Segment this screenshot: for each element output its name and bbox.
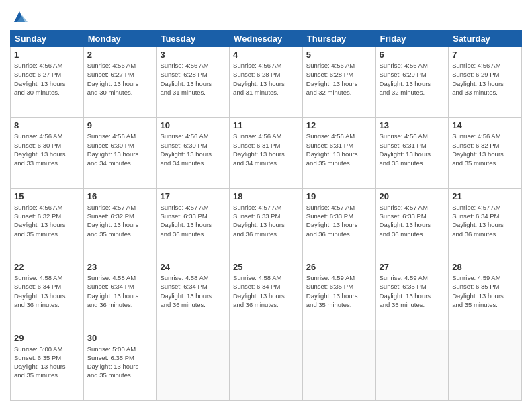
calendar-cell: 17Sunrise: 4:57 AM Sunset: 6:33 PM Dayli… <box>157 188 230 259</box>
calendar-cell <box>230 330 303 400</box>
calendar-cell: 21Sunrise: 4:57 AM Sunset: 6:34 PM Dayli… <box>449 188 522 259</box>
calendar-header-thursday: Thursday <box>302 31 375 47</box>
calendar-week-5: 29Sunrise: 5:00 AM Sunset: 6:35 PM Dayli… <box>11 330 522 400</box>
day-info: Sunrise: 4:57 AM Sunset: 6:33 PM Dayligh… <box>380 203 445 238</box>
day-number: 18 <box>233 191 299 201</box>
day-number: 6 <box>380 50 445 60</box>
calendar-cell: 8Sunrise: 4:56 AM Sunset: 6:30 PM Daylig… <box>11 118 84 188</box>
calendar-week-3: 15Sunrise: 4:56 AM Sunset: 6:32 PM Dayli… <box>11 188 522 259</box>
day-number: 15 <box>14 191 80 201</box>
day-number: 23 <box>87 262 153 272</box>
day-number: 16 <box>87 191 153 201</box>
calendar-cell <box>157 330 230 400</box>
calendar-cell: 6Sunrise: 4:56 AM Sunset: 6:29 PM Daylig… <box>375 47 449 118</box>
day-info: Sunrise: 4:59 AM Sunset: 6:35 PM Dayligh… <box>306 273 372 309</box>
calendar-cell <box>302 330 375 400</box>
day-info: Sunrise: 4:56 AM Sunset: 6:31 PM Dayligh… <box>306 132 372 167</box>
day-info: Sunrise: 4:58 AM Sunset: 6:34 PM Dayligh… <box>87 273 153 309</box>
calendar-cell: 29Sunrise: 5:00 AM Sunset: 6:35 PM Dayli… <box>11 330 84 400</box>
calendar-table: SundayMondayTuesdayWednesdayThursdayFrid… <box>10 30 522 401</box>
calendar-header-friday: Friday <box>375 31 449 47</box>
day-info: Sunrise: 4:57 AM Sunset: 6:34 PM Dayligh… <box>452 203 518 238</box>
day-number: 2 <box>87 50 153 60</box>
calendar-cell <box>375 330 449 400</box>
day-info: Sunrise: 4:56 AM Sunset: 6:27 PM Dayligh… <box>87 61 153 97</box>
calendar-cell: 4Sunrise: 4:56 AM Sunset: 6:28 PM Daylig… <box>230 47 303 118</box>
calendar-cell: 11Sunrise: 4:56 AM Sunset: 6:31 PM Dayli… <box>230 118 303 188</box>
day-number: 14 <box>452 120 518 130</box>
day-info: Sunrise: 4:56 AM Sunset: 6:30 PM Dayligh… <box>160 132 226 167</box>
calendar-header-monday: Monday <box>83 31 157 47</box>
calendar-cell: 2Sunrise: 4:56 AM Sunset: 6:27 PM Daylig… <box>83 47 157 118</box>
calendar-header-saturday: Saturday <box>449 31 522 47</box>
calendar-cell: 1Sunrise: 4:56 AM Sunset: 6:27 PM Daylig… <box>11 47 84 118</box>
day-number: 8 <box>14 120 80 130</box>
day-info: Sunrise: 4:57 AM Sunset: 6:33 PM Dayligh… <box>160 203 226 238</box>
day-number: 30 <box>87 333 153 343</box>
calendar-week-4: 22Sunrise: 4:58 AM Sunset: 6:34 PM Dayli… <box>11 259 522 330</box>
day-info: Sunrise: 4:56 AM Sunset: 6:28 PM Dayligh… <box>160 61 226 97</box>
day-number: 29 <box>14 333 80 343</box>
day-info: Sunrise: 4:59 AM Sunset: 6:35 PM Dayligh… <box>380 273 445 309</box>
day-number: 21 <box>452 191 518 201</box>
calendar-header-tuesday: Tuesday <box>157 31 230 47</box>
logo <box>10 10 28 24</box>
calendar-cell: 9Sunrise: 4:56 AM Sunset: 6:30 PM Daylig… <box>83 118 157 188</box>
calendar-cell: 10Sunrise: 4:56 AM Sunset: 6:30 PM Dayli… <box>157 118 230 188</box>
calendar-cell: 22Sunrise: 4:58 AM Sunset: 6:34 PM Dayli… <box>11 259 84 330</box>
day-info: Sunrise: 4:56 AM Sunset: 6:31 PM Dayligh… <box>233 132 299 167</box>
calendar-cell <box>449 330 522 400</box>
day-number: 26 <box>306 262 372 272</box>
calendar-cell: 13Sunrise: 4:56 AM Sunset: 6:31 PM Dayli… <box>375 118 449 188</box>
calendar-week-1: 1Sunrise: 4:56 AM Sunset: 6:27 PM Daylig… <box>11 47 522 118</box>
day-info: Sunrise: 4:57 AM Sunset: 6:32 PM Dayligh… <box>87 203 153 238</box>
day-number: 7 <box>452 50 518 60</box>
calendar-cell: 16Sunrise: 4:57 AM Sunset: 6:32 PM Dayli… <box>83 188 157 259</box>
day-info: Sunrise: 4:57 AM Sunset: 6:33 PM Dayligh… <box>233 203 299 238</box>
calendar-cell: 15Sunrise: 4:56 AM Sunset: 6:32 PM Dayli… <box>11 188 84 259</box>
day-number: 9 <box>87 120 153 130</box>
day-info: Sunrise: 4:56 AM Sunset: 6:28 PM Dayligh… <box>306 61 372 97</box>
calendar-header-wednesday: Wednesday <box>230 31 303 47</box>
day-info: Sunrise: 4:56 AM Sunset: 6:31 PM Dayligh… <box>380 132 445 167</box>
day-number: 17 <box>160 191 226 201</box>
calendar-cell: 5Sunrise: 4:56 AM Sunset: 6:28 PM Daylig… <box>302 47 375 118</box>
day-info: Sunrise: 4:56 AM Sunset: 6:32 PM Dayligh… <box>452 132 518 167</box>
day-info: Sunrise: 5:00 AM Sunset: 6:35 PM Dayligh… <box>14 345 80 380</box>
day-number: 24 <box>160 262 226 272</box>
day-number: 22 <box>14 262 80 272</box>
day-number: 28 <box>452 262 518 272</box>
header <box>10 10 522 24</box>
day-info: Sunrise: 4:56 AM Sunset: 6:27 PM Dayligh… <box>14 61 80 97</box>
day-number: 5 <box>306 50 372 60</box>
calendar-cell: 30Sunrise: 5:00 AM Sunset: 6:35 PM Dayli… <box>83 330 157 400</box>
calendar-header-sunday: Sunday <box>11 31 84 47</box>
calendar-cell: 7Sunrise: 4:56 AM Sunset: 6:29 PM Daylig… <box>449 47 522 118</box>
day-info: Sunrise: 4:58 AM Sunset: 6:34 PM Dayligh… <box>14 273 80 309</box>
day-number: 10 <box>160 120 226 130</box>
day-info: Sunrise: 4:59 AM Sunset: 6:35 PM Dayligh… <box>452 273 518 309</box>
day-number: 12 <box>306 120 372 130</box>
calendar-cell: 24Sunrise: 4:58 AM Sunset: 6:34 PM Dayli… <box>157 259 230 330</box>
calendar-cell: 27Sunrise: 4:59 AM Sunset: 6:35 PM Dayli… <box>375 259 449 330</box>
day-info: Sunrise: 4:58 AM Sunset: 6:34 PM Dayligh… <box>160 273 226 309</box>
logo-icon <box>11 10 28 26</box>
calendar-header-row: SundayMondayTuesdayWednesdayThursdayFrid… <box>11 31 522 47</box>
day-info: Sunrise: 5:00 AM Sunset: 6:35 PM Dayligh… <box>87 345 153 380</box>
day-number: 1 <box>14 50 80 60</box>
calendar-cell: 28Sunrise: 4:59 AM Sunset: 6:35 PM Dayli… <box>449 259 522 330</box>
page: SundayMondayTuesdayWednesdayThursdayFrid… <box>0 0 532 411</box>
day-number: 20 <box>380 191 445 201</box>
calendar-cell: 19Sunrise: 4:57 AM Sunset: 6:33 PM Dayli… <box>302 188 375 259</box>
day-number: 4 <box>233 50 299 60</box>
calendar-cell: 3Sunrise: 4:56 AM Sunset: 6:28 PM Daylig… <box>157 47 230 118</box>
calendar-week-2: 8Sunrise: 4:56 AM Sunset: 6:30 PM Daylig… <box>11 118 522 188</box>
calendar-cell: 18Sunrise: 4:57 AM Sunset: 6:33 PM Dayli… <box>230 188 303 259</box>
day-info: Sunrise: 4:58 AM Sunset: 6:34 PM Dayligh… <box>233 273 299 309</box>
day-info: Sunrise: 4:57 AM Sunset: 6:33 PM Dayligh… <box>306 203 372 238</box>
day-info: Sunrise: 4:56 AM Sunset: 6:32 PM Dayligh… <box>14 203 80 238</box>
day-number: 11 <box>233 120 299 130</box>
day-number: 25 <box>233 262 299 272</box>
day-number: 19 <box>306 191 372 201</box>
calendar-cell: 14Sunrise: 4:56 AM Sunset: 6:32 PM Dayli… <box>449 118 522 188</box>
